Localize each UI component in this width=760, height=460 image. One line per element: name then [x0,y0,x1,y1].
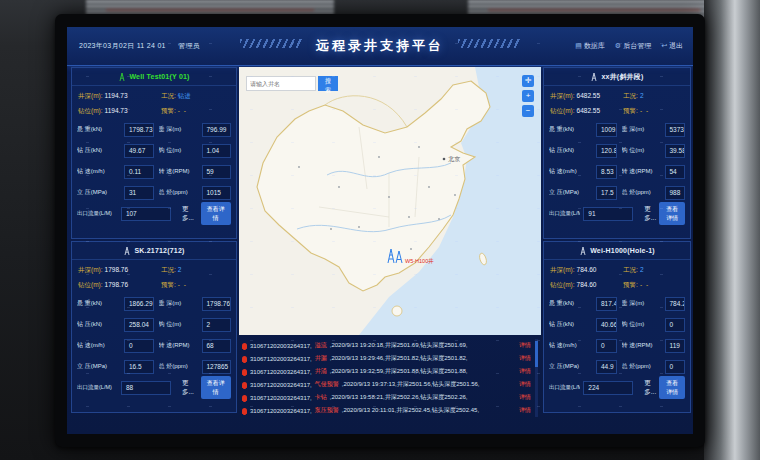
log-detail-text: ,2020/9/13 20:11:01,井深2502.45,钻头深度2502.4… [342,406,479,415]
log-detail-text: ,2020/9/13 19:20:18,井深2501.69,钻头深度2501.6… [330,341,468,350]
well-panel-1: Well Test01(Y 01) 井深(m):1194.73 工况:钻进 钻位… [71,67,237,239]
alarm-value: - - [640,107,649,114]
wob-label: 钻 压(kN) [549,146,593,155]
well-name: Well Test01(Y 01) [129,73,189,80]
more-link[interactable]: 更多... [644,379,656,397]
alarm-label: 预警: [623,281,638,288]
log-scrollbar-thumb[interactable] [535,341,538,367]
log-detail-link[interactable]: 详情 [519,380,531,389]
well-panel-header: Well Test01(Y 01) [72,68,236,86]
log-row[interactable]: 310671202003264317,井涌,2020/9/13 19:32:59… [242,365,531,378]
alarm-log-list: 310671202003264317,溢流,2020/9/13 19:20:18… [239,336,541,422]
totalgas-label: 总 烃(ppm) [159,188,199,197]
china-map[interactable]: 北京 W5-H100井 搜索 ✛ + − [239,67,541,335]
workcond-label: 工况: [623,92,638,99]
workcond-label: 工况: [623,266,638,273]
log-detail-link[interactable]: 详情 [519,393,531,402]
rop-value: 8.53 [596,165,617,179]
wob-value: 258.04 [124,318,154,332]
rop-value: 0.11 [124,165,154,179]
totalgas-value: 127865 [202,360,232,374]
totalgas-value: 988 [665,186,686,200]
well-detail-button[interactable]: 查看详情 [659,376,685,399]
well-name: SK.21712(712) [134,247,184,254]
log-row[interactable]: 310671202003264317,井漏,2020/9/13 19:29:46… [242,352,531,365]
more-link[interactable]: 更多... [644,205,656,223]
wob-value: 120.83 [596,144,617,158]
more-link[interactable]: 更多... [182,205,198,223]
spp-value: 16.5 [124,360,154,374]
log-row[interactable]: 310671202003264317,气侵预警,2020/9/13 19:37:… [242,378,531,391]
log-alarm-type: 井漏 [315,354,327,363]
totalgas-value: 0 [665,360,686,374]
rpm-label: 转 速(RPM) [622,341,662,350]
search-button[interactable]: 搜索 [318,76,338,91]
map-pan-icon[interactable]: ✛ [522,75,534,87]
depth-label: 井深(m): [78,92,103,99]
log-well-id: 310671202003264317, [250,408,312,414]
tvd-value: 796.99 [202,123,232,137]
log-detail-link[interactable]: 详情 [519,406,531,415]
workcond-value: 钻进 [178,92,191,99]
log-well-id: 310671202003264317, [250,356,312,362]
rpm-label: 转 速(RPM) [159,341,199,350]
beijing-dot [443,158,446,161]
tvd-label: 垂 深(m) [622,125,662,134]
alarm-label: 预警: [623,107,638,114]
derrick-icon [123,246,131,256]
bitpos-label: 钻位(m): [550,107,575,114]
depth-value: 6482.55 [577,92,601,99]
beijing-label: 北京 [448,155,460,163]
rpm-label: 转 速(RPM) [622,167,662,176]
spp-label: 立 压(MPa) [549,362,593,371]
nav-logout[interactable]: ↩退出 [661,41,683,51]
log-row[interactable]: 310671202003264317,卡钻,2020/9/13 19:58:21… [242,391,531,404]
log-detail-text: ,2020/9/13 19:29:46,井深2501.82,钻头深度2501.8… [330,354,468,363]
alarm-value: - - [178,281,187,288]
well-search-input[interactable] [246,76,316,91]
map-zoom-in-icon[interactable]: + [522,90,534,102]
tvd-value: 1798.76 [202,297,232,311]
well-detail-button[interactable]: 查看详情 [201,202,231,225]
log-alarm-type: 泵压预警 [315,406,339,415]
totalgas-value: 1015 [202,186,232,200]
hookload-label: 悬 重(kN) [549,299,593,308]
tvd-label: 垂 深(m) [159,125,199,134]
map-zoom-out-icon[interactable]: − [522,105,534,117]
hookload-value: 1009.67 [596,123,617,137]
rop-label: 钻 速(m/h) [77,341,121,350]
log-well-id: 310671202003264317, [250,369,312,375]
dashboard-screen: 2023年03月02日 11 24 01 管理员 远程录井支持平台 ▤数据库 ⚙… [67,27,693,434]
log-detail-text: ,2020/9/13 19:58:21,井深2502.26,钻头深度2502.2… [330,393,468,402]
hookpos-value: 1.04 [202,144,232,158]
well-panel-header: Wei-H1000(Hole-1) [544,242,690,260]
log-detail-link[interactable]: 详情 [519,354,531,363]
header-nav: ▤数据库 ⚙后台管理 ↩退出 [575,41,683,51]
rop-label: 钻 速(m/h) [549,167,593,176]
bitpos-label: 钻位(m): [78,107,103,114]
well-panel-4: Wei-H1000(Hole-1) 井深(m):784.60 工况:2 钻位(m… [543,241,691,413]
well-panel-header: SK.21712(712) [72,242,236,260]
well-name: Wei-H1000(Hole-1) [590,247,655,254]
tvd-label: 垂 深(m) [622,299,662,308]
wob-label: 钻 压(kN) [77,320,121,329]
log-scrollbar-track[interactable] [535,339,538,417]
spp-label: 立 压(MPa) [77,362,121,371]
rop-label: 钻 速(m/h) [549,341,593,350]
derrick-icon [590,72,598,82]
log-detail-link[interactable]: 详情 [519,367,531,376]
nav-database[interactable]: ▤数据库 [575,41,605,51]
more-link[interactable]: 更多... [182,379,198,397]
log-row[interactable]: 310671202003264317,泵压预警,2020/9/13 20:11:… [242,404,531,417]
log-row[interactable]: 310671202003264317,溢流,2020/9/13 19:20:18… [242,339,531,352]
rpm-value: 119 [665,339,686,353]
log-detail-link[interactable]: 详情 [519,341,531,350]
hookload-label: 悬 重(kN) [77,299,121,308]
rpm-value: 59 [202,165,232,179]
well-detail-button[interactable]: 查看详情 [201,376,231,399]
map-controls: ✛ + − [522,75,534,120]
hookpos-value: 39.58 [665,144,686,158]
nav-admin[interactable]: ⚙后台管理 [615,41,651,51]
well-detail-button[interactable]: 查看详情 [659,202,685,225]
outflow-label: 出口流量(L/M) [549,210,580,217]
